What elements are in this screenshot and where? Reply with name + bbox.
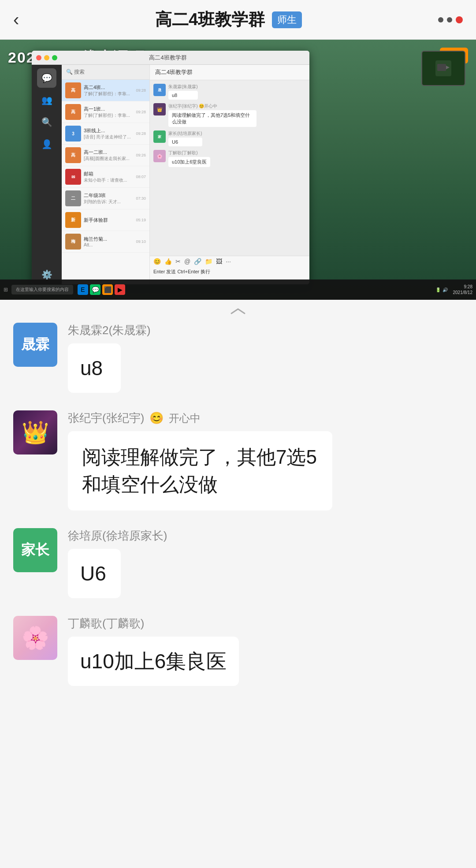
header-title-area: 高二4班教学群 师生 — [155, 8, 302, 31]
taskbar-wechat-icon[interactable]: 💬 — [90, 284, 100, 295]
wc-msg-avatar-4: 🌸 — [153, 150, 166, 162]
message-content-4: 丁麟歌(丁麟歌) u10加上6集良医 — [68, 616, 463, 686]
wc-msg-avatar-2: 👑 — [153, 103, 166, 115]
wechat-body: 💬 👥 🔍 👤 ⚙️ 🔍 搜索 高 高二4班... 了解(了解那些)：李靠... — [32, 65, 309, 284]
wc-msg-avatar-3: 家 — [153, 130, 166, 143]
chat-list-item-6[interactable]: 二 二年级3班 刘翔的告诉: 天才... 07:30 — [62, 188, 149, 209]
chat-messages-area: 晟霖 朱晟霖2(朱晟霖) u8 👑 张纪宇(张纪宇) 😊 开心中 阅读理解做完了… — [0, 323, 476, 704]
message-sender-4: 丁麟歌(丁麟歌) — [68, 616, 463, 631]
wc-sidebar-discover[interactable]: 🔍 — [37, 112, 56, 132]
more-menu-button[interactable] — [438, 16, 463, 23]
message-bubble-1: u8 — [68, 343, 121, 393]
wc-msg-bubble-2: 阅读理解做完了，其他7选5和填空什么没做 — [168, 110, 257, 127]
chat-avatar-1: 高 — [65, 82, 81, 98]
thumb-icon[interactable]: 👍 — [164, 258, 172, 265]
at-icon[interactable]: @ — [184, 258, 190, 265]
wc-chat-header: 高二4班教学群 — [150, 65, 309, 80]
chat-header: ‹ 高二4班教学群 师生 — [0, 0, 476, 40]
window-buttons — [36, 55, 57, 60]
chat-badge: 师生 — [272, 11, 302, 28]
chat-avatar-7: 新 — [65, 212, 81, 228]
message-sender-2: 张纪宇(张纪宇) 😊 开心中 — [68, 410, 463, 426]
emoji-icon[interactable]: 😊 — [153, 258, 161, 265]
more-tools-icon[interactable]: ··· — [226, 258, 231, 265]
message-item-3: 家长 徐培原(徐培原家长) U6 — [13, 528, 463, 598]
wc-msg-avatar-1: 晟 — [153, 84, 166, 96]
back-button[interactable]: ‹ — [13, 10, 19, 30]
chat-preview-1: 了解(了解那些)：李靠... — [84, 91, 133, 97]
message-text-2: 阅读理解做完了，其他7选5和填空什么没做 — [82, 446, 317, 495]
chat-list-item-5[interactable]: ✉ 邮箱 未知小助手：请查收... 08:07 — [62, 166, 149, 188]
chat-name-8: 梅兰竹菊... — [84, 236, 133, 242]
wechat-chat-area: 高二4班教学群 晟 朱晟霖(朱晟霖) u8 👑 张纪字(张纪 — [150, 65, 309, 284]
start-icon[interactable]: ⊞ — [4, 287, 8, 293]
chat-avatar-3: 3 — [65, 126, 81, 142]
wc-sidebar-chat[interactable]: 💬 — [37, 68, 56, 88]
taskbar-orange-icon[interactable]: ⬛ — [102, 284, 113, 295]
chat-avatar-6: 二 — [65, 190, 81, 206]
chat-title: 高二4班教学群 — [155, 8, 265, 31]
message-bubble-3: U6 — [68, 549, 121, 598]
wechat-window: 高二4班教学群 💬 👥 🔍 👤 ⚙️ 🔍 搜索 高 高二4班.. — [32, 51, 309, 284]
message-status-2: 开心中 — [169, 411, 201, 425]
folder-icon[interactable]: 📁 — [205, 258, 212, 265]
collapse-arrow-area[interactable] — [0, 300, 476, 323]
close-button[interactable] — [36, 55, 41, 60]
chat-name-4: 高一二班... — [84, 149, 133, 156]
volume-icon: 🔊 — [443, 287, 448, 292]
chat-avatar-2: 高 — [65, 104, 81, 120]
chat-name-7: 新手体验群 — [84, 217, 133, 224]
taskbar-edge-icon[interactable]: E — [78, 284, 88, 295]
wc-sidebar-contacts[interactable]: 👥 — [37, 90, 56, 110]
message-text-4: u10加上6集良医 — [80, 650, 227, 673]
wechat-chat-list: 🔍 搜索 高 高二4班... 了解(了解那些)：李靠... 09:28 高 高一… — [62, 65, 150, 284]
avatar-3: 家长 — [13, 528, 57, 572]
maximize-button[interactable] — [52, 55, 57, 60]
chat-name-2: 高一1班... — [84, 106, 133, 112]
link-icon[interactable]: 🔗 — [194, 258, 201, 265]
chat-name-5: 邮箱 — [84, 171, 133, 177]
message-content-2: 张纪宇(张纪宇) 😊 开心中 阅读理解做完了，其他7选5和填空什么没做 — [68, 410, 463, 510]
wechat-titlebar: 高二4班教学群 — [32, 51, 309, 65]
dot-2 — [447, 17, 452, 22]
scissors-icon[interactable]: ✂ — [175, 258, 181, 265]
chat-preview-3: [语音] 亮子迷走神经了... — [84, 134, 133, 140]
svg-rect-1 — [437, 64, 446, 71]
chat-list-item-4[interactable]: 高 高一二班... [高额]圆圈迷走我长家... 09:26 — [62, 145, 149, 166]
collapse-chevron-icon — [229, 307, 247, 316]
chat-name-3: 3班线上... — [84, 127, 133, 134]
wc-sidebar-me[interactable]: 👤 — [37, 134, 56, 154]
minimize-button[interactable] — [44, 55, 49, 60]
taskbar-red-icon[interactable]: ▶ — [115, 284, 125, 295]
chat-list-item-3[interactable]: 3 3班线上... [语音] 亮子迷走神经了... 09:28 — [62, 123, 149, 145]
chat-time-1: 09:28 — [136, 88, 146, 93]
wc-msg-sender-1: 朱晟霖(朱晟霖) — [168, 84, 198, 90]
wc-msg-sender-2: 张纪字(张纪字) 😊开心中 — [168, 103, 257, 109]
chat-list-item-1[interactable]: 高 高二4班... 了解(了解那些)：李靠... 09:28 — [62, 80, 149, 101]
chat-list-item-2[interactable]: 高 高一1班... 了解(了解那些)：李靠... 09:28 — [62, 101, 149, 123]
image-icon[interactable]: 🖼 — [216, 258, 222, 265]
wc-message-3: 家 家长(结培原家长) U6 — [153, 130, 306, 146]
taskbar-search[interactable]: 在这里输入你要搜索的内容 — [11, 285, 73, 294]
message-content-1: 朱晟霖2(朱晟霖) u8 — [68, 323, 463, 393]
avatar-1: 晟霖 — [13, 323, 57, 367]
wc-message-2: 👑 张纪字(张纪字) 😊开心中 阅读理解做完了，其他7选5和填空什么没做 — [153, 103, 306, 127]
wc-msg-sender-3: 家长(结培原家长) — [168, 130, 202, 137]
message-item-4: 🌸 丁麟歌(丁麟歌) u10加上6集良医 — [13, 616, 463, 686]
chat-preview-4: [高额]圆圈迷走我长家... — [84, 156, 133, 162]
message-text-3: U6 — [80, 562, 106, 585]
chat-list-item-7[interactable]: 新 新手体验群 05:19 — [62, 209, 149, 231]
avatar-emoji-2: 👑 — [22, 420, 49, 445]
wc-msg-sender-4: 丁解歌(丁解歌) — [168, 150, 210, 156]
chat-preview-5: 未知小助手：请查收... — [84, 177, 133, 183]
video-thumbnail — [421, 51, 465, 86]
chat-time-7: 05:19 — [136, 218, 146, 222]
chat-time-8: 09:10 — [136, 239, 146, 244]
chat-avatar-8: 梅 — [65, 234, 81, 250]
chat-list-item-8[interactable]: 梅 梅兰竹菊... Att... 09:10 — [62, 231, 149, 253]
chat-name-1: 高二4班... — [84, 84, 133, 91]
wc-toolbar: 😊 👍 ✂ @ 🔗 📁 🖼 ··· — [150, 256, 309, 267]
chat-avatar-4: 高 — [65, 147, 81, 163]
wc-msg-bubble-3: U6 — [168, 138, 202, 146]
taskbar-clock: 9:28 2021/8/12 — [453, 284, 473, 295]
